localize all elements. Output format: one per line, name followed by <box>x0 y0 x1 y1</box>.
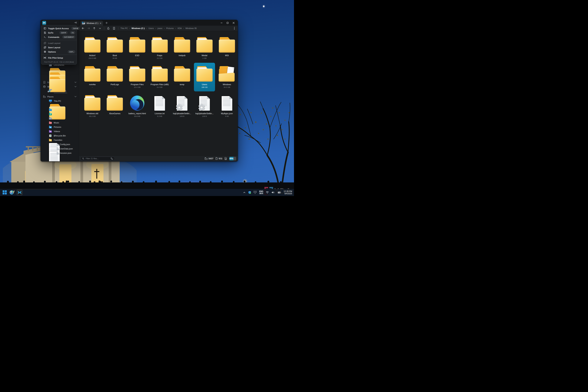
folder-icon <box>129 66 146 82</box>
file-tile[interactable]: Program Files (x86) 6.4 GB <box>149 63 170 92</box>
breadcrumb-item[interactable]: This PC <box>120 27 128 30</box>
status-bar: 16/27 5/11 49% <box>79 156 238 161</box>
file-tile[interactable]: temp -- <box>172 63 192 92</box>
tab-windows-c[interactable]: Windows (C:) <box>80 21 103 26</box>
sidebar-item[interactable]: ★ Favorites <box>41 138 79 142</box>
sidebar-item-icon <box>49 152 52 154</box>
desktop-folder-icon <box>49 109 52 111</box>
file-tile[interactable]: Program Files 10.4 GB <box>127 63 148 92</box>
up-button[interactable] <box>92 26 96 30</box>
breadcrumb-item[interactable]: joaoc <box>158 27 162 30</box>
language-indicator[interactable]: ENGUKX <box>259 190 263 194</box>
file-tile[interactable]: Windows.old 45.2 GB <box>82 92 103 120</box>
preview-pane-icon[interactable] <box>224 157 227 160</box>
maximize-button[interactable] <box>225 20 230 25</box>
touch-keyboard-icon[interactable] <box>254 191 257 194</box>
menu-item[interactable]: Options Ctrl+, <box>41 50 77 54</box>
forward-button[interactable] <box>86 26 91 30</box>
file-tile-icon <box>218 35 235 52</box>
more-options-icon[interactable] <box>233 27 236 30</box>
breadcrumb-separator: › <box>155 27 156 30</box>
menu-item-icon <box>44 32 46 34</box>
file-tile[interactable]: Users 188 GB <box>194 63 215 92</box>
file-tile[interactable]: MyApps.json 5 kB <box>216 92 238 120</box>
breadcrumb-item[interactable]: Windows 95 <box>186 27 197 30</box>
load-layout-icon <box>44 42 46 44</box>
chevron-down-icon <box>74 82 76 83</box>
breadcrumb-item[interactable]: XDA <box>177 27 182 30</box>
sidebar-item[interactable]: Pictures <box>41 125 79 129</box>
menu-item[interactable]: Load Layout <box>41 41 77 45</box>
file-size: -- <box>114 86 115 88</box>
file-tile[interactable]: logUploaderSettin... 108 B <box>194 92 215 120</box>
file-tile[interactable]: battery_report.html 63.8 kB <box>127 92 148 120</box>
breadcrumb-item[interactable]: Windows (C:) <box>132 27 145 30</box>
file-tile[interactable]: inetpub -- <box>172 34 192 62</box>
file-pilot-taskbar-icon[interactable] <box>16 190 22 196</box>
unlock-icon[interactable] <box>106 26 110 30</box>
file-tile[interactable]: Medal 1 GB <box>194 34 215 62</box>
filter-box[interactable] <box>80 156 115 160</box>
battery-icon[interactable] <box>277 191 281 194</box>
app-menu-button[interactable] <box>42 21 46 25</box>
breadcrumb-item[interactable]: Pictures <box>166 27 174 30</box>
file-tile[interactable]: PerfLogs -- <box>104 63 125 92</box>
file-tile[interactable]: Fraps 2.2 GB <box>149 34 170 62</box>
hidden-icons-chevron[interactable] <box>243 192 246 193</box>
wifi-icon[interactable] <box>266 191 269 194</box>
sidebar-item-icon <box>49 117 52 120</box>
menu-item[interactable]: Save Layout <box>41 45 77 50</box>
sidebar-item[interactable]: Icons <box>41 67 79 72</box>
paint-app-icon[interactable] <box>10 190 14 195</box>
file-tile[interactable]: License.txt 5.3 kB <box>149 92 170 120</box>
volume-icon[interactable] <box>272 191 274 194</box>
breadcrumb-item[interactable]: Users <box>148 27 154 30</box>
tab-close-icon[interactable] <box>100 22 102 25</box>
flatten-filter-icon[interactable] <box>111 157 113 160</box>
sidebar-item[interactable]: ♻ $Recycle.Bin <box>41 134 79 138</box>
minimize-button[interactable] <box>219 20 224 25</box>
file-tile[interactable]: Action! 219.5 MB <box>82 34 103 62</box>
file-tile[interactable]: ESD -- <box>127 34 148 62</box>
file-name: Fraps <box>157 54 162 56</box>
history-dropdown-icon[interactable] <box>98 26 102 30</box>
tab-title: Windows (C:) <box>86 22 98 24</box>
file-tile-icon <box>84 93 101 111</box>
clock[interactable]: 12:28 PM9/4/2025 <box>284 190 292 195</box>
file-tile[interactable]: logUploaderSettin... 108 B <box>172 92 192 120</box>
sidebar-item[interactable]: joaoc <box>41 103 79 108</box>
file-name: Users <box>202 83 207 86</box>
file-tile[interactable]: Windows 34.3 GB <box>216 63 238 92</box>
sidebar-item[interactable]: This PC <box>41 99 79 103</box>
start-button[interactable] <box>3 190 7 194</box>
menu-item[interactable]: Toggle Quick Access Ctrl+B <box>41 26 77 30</box>
file-name: Windows.old <box>86 112 98 114</box>
windows-security-icon[interactable] <box>248 191 251 194</box>
bookmark-icon[interactable] <box>112 26 116 30</box>
zoom-level-badge[interactable]: 49% <box>229 157 236 160</box>
sidebar-item[interactable]: FPilot-Session.json <box>41 151 79 155</box>
sidebar-section-places[interactable]: Places <box>41 94 79 99</box>
file-tile-icon <box>129 35 146 52</box>
filter-input[interactable] <box>85 157 110 160</box>
edge-html-icon <box>130 96 144 111</box>
sidebar-item[interactable]: FPilot-UserData.json <box>41 146 79 151</box>
file-tile[interactable]: nvm4w -- <box>82 63 103 92</box>
new-tab-button[interactable] <box>106 21 108 25</box>
sidebar-item-icon: ★ <box>49 139 52 141</box>
close-button[interactable] <box>231 20 236 25</box>
sidebar-item[interactable]: Videos <box>41 129 79 134</box>
back-button[interactable] <box>81 26 85 30</box>
collapse-sidebar-icon[interactable] <box>74 21 77 24</box>
file-tile-icon <box>151 35 168 52</box>
file-count: 5/11 <box>216 157 222 160</box>
menu-item[interactable]: GoTo Ctrl+P F4 <box>41 30 77 35</box>
sidebar-item[interactable]: FPilot-Config.json <box>41 142 79 146</box>
menu-item[interactable]: File Pilot Setup <box>41 56 77 60</box>
file-tile[interactable]: XboxGames -- <box>104 92 125 120</box>
file-size: 6.4 GB <box>157 86 162 88</box>
file-tile[interactable]: Boot 36 kB <box>104 34 125 62</box>
file-tile[interactable]: MSI -- <box>216 34 238 62</box>
sidebar-item[interactable]: ♪ Music <box>41 120 79 125</box>
menu-item[interactable]: Commands Ctrl+Shift+P <box>41 35 77 39</box>
